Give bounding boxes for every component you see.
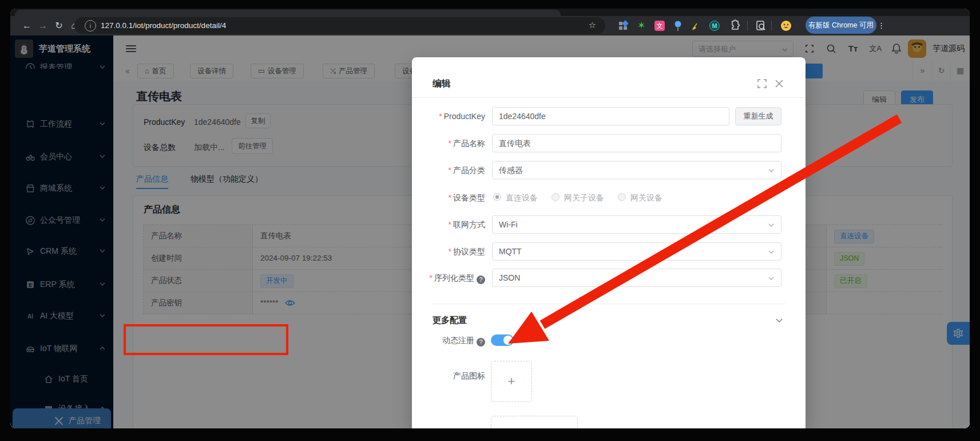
radio-gateway-device[interactable]	[618, 193, 626, 201]
input-value: 1de24640dfe	[499, 112, 546, 121]
product-name-input[interactable]: 直传电表	[492, 134, 781, 152]
field-label: *ProductKey	[412, 107, 485, 125]
toolbar-divider	[747, 21, 748, 31]
profile-avatar-icon[interactable]	[779, 19, 793, 33]
help-icon[interactable]: ?	[477, 275, 485, 284]
codec-select[interactable]: JSON	[492, 269, 781, 287]
category-select[interactable]: 传感器	[492, 161, 781, 179]
help-icon[interactable]: ?	[477, 338, 485, 346]
form-row-product-name: *产品名称 直传电表	[412, 134, 806, 152]
dialog-header-divider	[412, 97, 806, 98]
required-mark: *	[430, 273, 433, 282]
required-mark: *	[449, 247, 451, 256]
required-mark: *	[439, 112, 442, 121]
form-row-category: *产品分类 传感器	[412, 161, 806, 179]
required-mark: *	[449, 139, 451, 148]
extension-grid-icon[interactable]	[616, 19, 630, 33]
edit-dialog: 编辑 *ProductKey 1de24640dfe 重新生成 *产品名称 直传…	[412, 57, 806, 428]
form-row-device-type: *设备类型 直连设备 网关子设备 网关设备	[412, 188, 806, 207]
field-label: *联网方式	[412, 215, 485, 234]
form-row-protocol: *协议类型 MQTT	[412, 242, 806, 261]
required-mark: *	[449, 166, 451, 175]
field-label: *产品名称	[412, 134, 485, 152]
extensions-puzzle-icon[interactable]	[728, 19, 742, 33]
chevron-down-icon[interactable]	[776, 318, 783, 323]
net-type-select[interactable]: Wi-Fi	[492, 215, 781, 234]
icon-upload-box[interactable]: +	[491, 361, 532, 402]
toggle-knob	[503, 336, 513, 345]
screenshot-stage: ← → ↻ ⌂ i 127.0.0.1/iot/product/product/…	[0, 0, 980, 441]
form-row-net-type: *联网方式 Wi-Fi	[412, 215, 806, 234]
chrome-menu-icon[interactable]: ⋮	[878, 21, 885, 30]
chevron-down-icon	[768, 223, 774, 227]
product-key-input[interactable]: 1de24640dfe	[492, 107, 729, 125]
select-value: Wi-Fi	[499, 220, 518, 229]
field-label: 产品图标	[412, 367, 485, 385]
select-value: JSON	[499, 273, 520, 282]
radio-label[interactable]: 直连设备	[506, 188, 538, 207]
form-row-codec: *序列化类型? JSON	[412, 269, 806, 287]
address-bar[interactable]: i 127.0.0.1/iot/product/product/detail/4…	[74, 17, 605, 34]
field-label: 动态注册?	[412, 334, 485, 346]
chrome-update-button[interactable]: 有新版 Chrome 可用	[806, 17, 876, 34]
dialog-fullscreen-icon[interactable]	[757, 79, 768, 89]
radio-gateway-sub-device[interactable]	[552, 193, 560, 201]
toolbar-divider	[771, 21, 772, 31]
dialog-title: 编辑	[433, 78, 451, 90]
regenerate-label: 重新生成	[744, 112, 773, 120]
url-text[interactable]: 127.0.0.1/iot/product/product/detail/4	[101, 21, 226, 30]
field-label: *协议类型	[412, 242, 485, 261]
form-row-product-key: *ProductKey 1de24640dfe 重新生成	[412, 107, 806, 125]
required-mark: *	[449, 220, 451, 229]
partial-upload-box[interactable]	[491, 416, 578, 428]
required-mark: *	[449, 193, 451, 202]
plus-icon: +	[508, 374, 515, 388]
radio-label[interactable]: 网关设备	[630, 188, 662, 207]
select-value: MQTT	[499, 247, 522, 256]
input-value: 直传电表	[499, 139, 531, 148]
more-config-header[interactable]: 更多配置	[433, 315, 467, 326]
extension-star-icon[interactable]: ✶	[634, 19, 648, 33]
radio-direct-device[interactable]	[493, 193, 501, 201]
field-label: *序列化类型?	[412, 269, 485, 287]
extension-translate-icon[interactable]: 文	[653, 19, 666, 33]
browser-tab-strip	[10, 9, 970, 16]
bookmark-star-icon[interactable]: ☆	[589, 20, 596, 30]
forward-icon[interactable]: →	[35, 18, 50, 33]
dynamic-register-toggle[interactable]	[491, 334, 514, 346]
back-icon[interactable]: ←	[19, 18, 34, 33]
form-row-product-icon: 产品图标 +	[412, 361, 806, 407]
field-label: *产品分类	[412, 161, 485, 179]
radio-label[interactable]: 网关子设备	[564, 188, 604, 207]
browser-chrome: ← → ↻ ⌂ i 127.0.0.1/iot/product/product/…	[10, 9, 970, 36]
dialog-close-icon[interactable]	[775, 79, 785, 89]
field-label: *设备类型	[412, 188, 485, 207]
reload-icon[interactable]: ↻	[51, 18, 66, 33]
section-divider	[433, 304, 785, 304]
select-value: 传感器	[499, 166, 523, 175]
site-info-icon[interactable]: i	[85, 20, 96, 32]
protocol-select[interactable]: MQTT	[492, 242, 781, 261]
regenerate-button[interactable]: 重新生成	[735, 107, 781, 125]
extension-broom-icon[interactable]	[689, 19, 703, 33]
find-in-page-icon[interactable]	[754, 19, 768, 33]
browser-toolbar: ← → ↻ ⌂ i 127.0.0.1/iot/product/product/…	[10, 16, 970, 36]
form-row-dynamic-register: 动态注册?	[412, 334, 806, 346]
browser-window: ← → ↻ ⌂ i 127.0.0.1/iot/product/product/…	[10, 9, 970, 428]
extension-balloon-icon[interactable]	[671, 19, 685, 33]
chevron-down-icon	[768, 276, 774, 281]
chevron-down-icon	[768, 250, 774, 254]
extension-m-icon[interactable]: M	[708, 19, 721, 33]
chevron-down-icon	[768, 168, 774, 173]
chrome-update-label: 有新版 Chrome 可用	[808, 21, 874, 29]
